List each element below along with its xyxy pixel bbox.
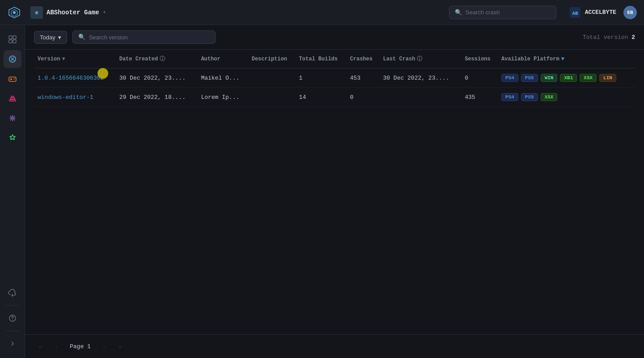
sidebar-item-cloud[interactable]	[4, 284, 21, 302]
col-available-platform: Available Platform ▼	[498, 50, 635, 68]
search-crash-input[interactable]	[466, 9, 551, 16]
app-logo	[7, 5, 21, 20]
total-version-count: 2	[631, 34, 635, 41]
cell-author: Lorem Ip...	[197, 88, 248, 107]
svg-rect-13	[9, 100, 16, 101]
date-created-info-icon[interactable]: ⓘ	[160, 55, 165, 63]
cell-platforms: PS4PS5XSX	[498, 88, 635, 107]
search-version-wrapper: 🔍	[72, 30, 216, 44]
project-icon: ▣	[30, 6, 43, 19]
topbar: ▣ ABShooter Game ▾ 🔍 AB ACCELBYTE EB	[0, 0, 644, 25]
date-filter-label: Today	[40, 34, 55, 41]
svg-rect-7	[9, 40, 12, 43]
last-page-button[interactable]: »	[114, 340, 127, 353]
svg-rect-5	[9, 36, 12, 39]
brand-name: ACCELBYTE	[585, 9, 616, 16]
sidebar-item-builds[interactable]	[4, 90, 21, 107]
cell-description	[248, 68, 296, 88]
svg-rect-15	[11, 96, 14, 98]
date-filter-button[interactable]: Today ▾	[34, 31, 67, 44]
col-last-crash: Last Crash ⓘ	[379, 50, 461, 68]
svg-point-18	[12, 320, 13, 320]
platform-badge-lin: LIN	[599, 74, 616, 82]
total-version-label: Total version 2	[583, 34, 635, 41]
sidebar-item-help[interactable]	[4, 309, 21, 327]
col-version: Version ▼	[34, 50, 116, 68]
sidebar	[0, 25, 25, 358]
col-date-created: Date Created ⓘ	[116, 50, 198, 68]
svg-point-16	[12, 117, 13, 119]
page-label: Page 1	[66, 343, 94, 350]
platform-filter-icon[interactable]: ▼	[561, 56, 564, 62]
next-page-button[interactable]: ›	[98, 340, 110, 353]
cell-total-builds: 1	[296, 68, 347, 88]
table-body: 1.0.4-1656646306302 30 Dec 2022, 23.... …	[34, 68, 635, 107]
cell-version: 1.0.4-1656646306302	[34, 68, 116, 88]
accelbyte-logo: AB ACCELBYTE EB	[569, 6, 637, 19]
chevron-down-icon: ▾	[103, 9, 106, 16]
search-version-icon: 🔍	[78, 34, 85, 41]
versions-table: Version ▼ Date Created ⓘ Author Descript…	[34, 50, 635, 107]
svg-point-12	[14, 78, 15, 79]
cell-sessions: 435	[461, 88, 498, 107]
version-link[interactable]: 1.0.4-1656646306302	[38, 75, 104, 81]
table-header-row: Version ▼ Date Created ⓘ Author Descript…	[34, 50, 635, 68]
search-crash-icon: 🔍	[455, 9, 462, 16]
platform-badge-xsx: XSX	[580, 74, 597, 82]
project-name: ABShooter Game	[47, 9, 99, 16]
cell-date-created: 29 Dec 2022, 18....	[116, 88, 198, 107]
cell-platforms: PS4PS5WINXB1XSXLIN	[498, 68, 635, 88]
col-author: Author	[197, 50, 248, 68]
cell-description	[248, 88, 296, 107]
toolbar: Today ▾ 🔍 Total version 2	[25, 25, 644, 50]
cell-version: windows-editor-1	[34, 88, 116, 107]
svg-rect-14	[10, 98, 15, 99]
version-filter-icon[interactable]: ▼	[62, 56, 65, 62]
ab-logo-icon: AB	[569, 6, 581, 19]
cell-date-created: 30 Dec 2022, 23....	[116, 68, 198, 88]
table-row: windows-editor-1 29 Dec 2022, 18.... Lor…	[34, 88, 635, 107]
sidebar-item-dashboard[interactable]	[4, 30, 21, 48]
platform-badge-ps5: PS5	[521, 93, 538, 101]
sidebar-expand-button[interactable]	[4, 335, 21, 353]
col-sessions: Sessions	[461, 50, 498, 68]
platform-badge-ps4: PS4	[501, 93, 518, 101]
cell-sessions: 0	[461, 68, 498, 88]
svg-point-11	[13, 79, 14, 80]
project-selector[interactable]: ▣ ABShooter Game ▾	[27, 4, 110, 21]
sidebar-divider-2	[5, 331, 20, 331]
pagination: « ‹ Page 1 › »	[25, 334, 644, 358]
cell-last-crash: 30 Dec 2022, 23....	[379, 68, 461, 88]
first-page-button[interactable]: «	[34, 340, 47, 353]
chevron-down-icon: ▾	[58, 34, 61, 41]
table-row: 1.0.4-1656646306302 30 Dec 2022, 23.... …	[34, 68, 635, 88]
platform-badge-ps4: PS4	[501, 74, 518, 82]
sidebar-item-settings[interactable]	[4, 109, 21, 127]
col-description: Description	[248, 50, 296, 68]
platform-badge-win: WIN	[541, 74, 558, 82]
search-crash-wrapper: 🔍	[449, 6, 556, 19]
sidebar-item-game[interactable]	[4, 70, 21, 88]
col-total-builds: Total Builds	[296, 50, 347, 68]
cell-crashes: 0	[347, 88, 380, 107]
version-link[interactable]: windows-editor-1	[38, 94, 93, 101]
main-layout: Today ▾ 🔍 Total version 2 Version	[0, 25, 644, 358]
last-crash-info-icon[interactable]: ⓘ	[417, 55, 422, 63]
platform-badge-xsx: XSX	[541, 93, 558, 101]
cell-total-builds: 14	[296, 88, 347, 107]
svg-text:AB: AB	[572, 11, 578, 16]
svg-point-2	[13, 11, 16, 14]
sidebar-item-releases[interactable]	[4, 129, 21, 147]
prev-page-button[interactable]: ‹	[50, 340, 63, 353]
platform-badge-xb1: XB1	[560, 74, 577, 82]
cell-author: Maikel O...	[197, 68, 248, 88]
content-area: Today ▾ 🔍 Total version 2 Version	[25, 25, 644, 358]
user-avatar[interactable]: EB	[623, 6, 637, 19]
search-version-input[interactable]	[89, 34, 210, 41]
sidebar-divider	[5, 305, 20, 306]
table-container: Version ▼ Date Created ⓘ Author Descript…	[25, 50, 644, 334]
col-crashes: Crashes	[347, 50, 380, 68]
sidebar-item-crash[interactable]	[4, 50, 21, 68]
cell-last-crash	[379, 88, 461, 107]
platform-badge-ps5: PS5	[521, 74, 538, 82]
